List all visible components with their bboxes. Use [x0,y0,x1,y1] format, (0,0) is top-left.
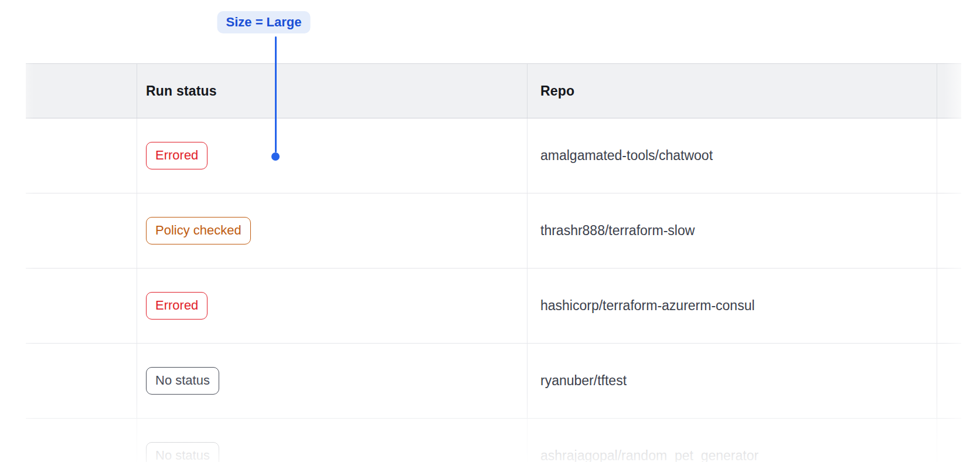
row-cell-repo: hashicorp/terraform-azurerm-consul [527,269,937,343]
row-cell-spacer [26,419,137,462]
header-cell-run-status[interactable]: Run status [137,64,527,118]
annotation-pointer-line [275,36,277,152]
table-row[interactable]: No status ashrajagopal/random_pet_genera… [26,419,961,462]
row-cell-spacer [26,193,137,268]
run-status-badge: No status [146,367,219,394]
row-cell-spacer [26,344,137,418]
run-status-badge: Policy checked [146,217,251,244]
row-cell-repo: ryanuber/tftest [527,344,937,418]
row-cell-overflow [937,118,961,193]
table-header-row: Run status Repo [26,63,961,118]
row-cell-overflow [937,269,961,343]
row-cell-spacer [26,118,137,193]
row-cell-overflow [937,193,961,268]
row-cell-overflow [937,419,961,462]
row-cell-overflow [937,344,961,418]
table-row[interactable]: Errored hashicorp/terraform-azurerm-cons… [26,269,961,344]
row-cell-repo: thrashr888/terraform-slow [527,193,937,268]
row-cell-run-status: Errored [137,118,527,193]
row-cell-spacer [26,269,137,343]
row-cell-run-status: No status [137,344,527,418]
page: Run status Repo Errored amalgamated-tool… [0,0,980,462]
row-cell-repo: amalgamated-tools/chatwoot [527,118,937,193]
row-cell-run-status: Policy checked [137,193,527,268]
table-row[interactable]: Policy checked thrashr888/terraform-slow [26,193,961,269]
annotation-pointer-dot-icon [271,152,280,161]
header-cell-spacer [26,64,137,118]
table-row[interactable]: No status ryanuber/tftest [26,344,961,419]
table-body: Errored amalgamated-tools/chatwoot Polic… [26,118,961,462]
row-cell-run-status: Errored [137,269,527,343]
row-cell-run-status: No status [137,419,527,462]
header-cell-overflow [937,64,961,118]
size-annotation-label: Size = Large [217,11,310,33]
run-status-badge: Errored [146,292,207,319]
run-status-badge: Errored [146,142,207,169]
header-cell-repo[interactable]: Repo [527,64,937,118]
table-row[interactable]: Errored amalgamated-tools/chatwoot [26,118,961,193]
row-cell-repo: ashrajagopal/random_pet_generator [527,419,937,462]
run-status-badge: No status [146,442,219,462]
runs-table: Run status Repo Errored amalgamated-tool… [26,63,961,462]
